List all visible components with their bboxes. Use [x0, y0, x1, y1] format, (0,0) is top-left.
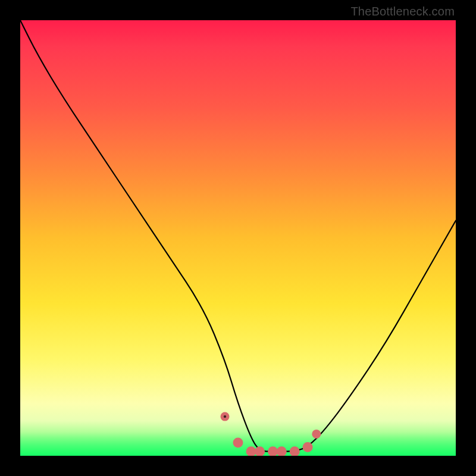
highlight-dot [303, 442, 313, 452]
highlight-dot [246, 446, 256, 456]
highlight-dot [268, 446, 278, 456]
highlight-dot [277, 446, 287, 456]
highlight-dot [221, 412, 230, 421]
highlight-dot [233, 438, 243, 448]
highlight-dot [312, 430, 321, 439]
chart-plot-area [20, 20, 456, 456]
highlight-dot [255, 446, 265, 456]
chart-outer-frame: TheBottleneck.com [0, 0, 476, 476]
highlight-dot [290, 446, 300, 456]
watermark-text: TheBottleneck.com [350, 5, 455, 18]
bottleneck-curve [20, 20, 456, 452]
highlight-dot-center [224, 415, 226, 418]
chart-svg-layer [20, 20, 456, 456]
highlight-dots-group [221, 412, 321, 456]
